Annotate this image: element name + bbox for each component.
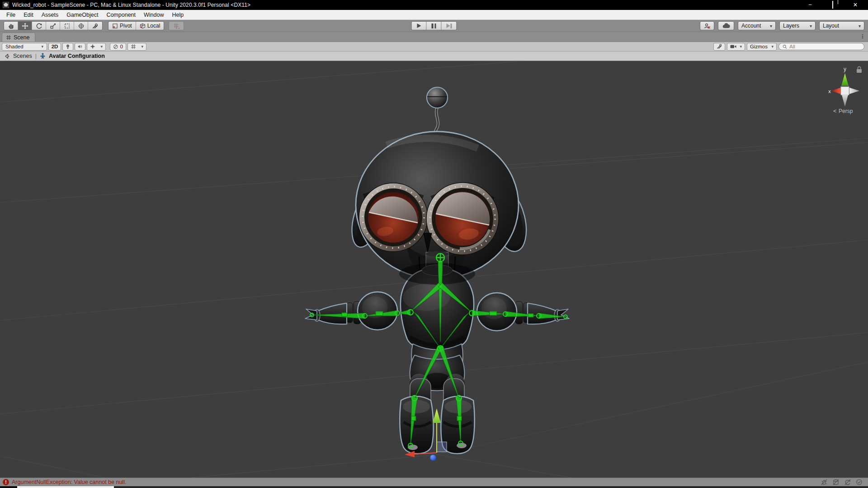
gizmo-center-cube[interactable] bbox=[841, 87, 849, 95]
back-to-scenes-icon[interactable] bbox=[4, 53, 10, 59]
menu-gameobject[interactable]: GameObject bbox=[63, 11, 102, 19]
collab-icon bbox=[703, 23, 711, 29]
light-bulb-icon bbox=[66, 44, 70, 50]
chevron-down-icon: ▾ bbox=[740, 44, 742, 49]
menu-file[interactable]: File bbox=[3, 11, 19, 19]
grid-visibility-dropdown[interactable]: ▾ bbox=[127, 43, 146, 51]
rect-tool-button[interactable] bbox=[60, 22, 74, 30]
gizmo-neg-y-cone[interactable] bbox=[842, 95, 848, 107]
lighting-toggle-button[interactable] bbox=[62, 43, 73, 51]
pause-icon bbox=[432, 23, 436, 28]
scene-search-input[interactable] bbox=[789, 44, 860, 49]
layers-dropdown[interactable]: Layers ▾ bbox=[779, 21, 816, 30]
scene-viewport[interactable]: y x < Persp bbox=[0, 61, 868, 478]
effects-dropdown-button[interactable]: ▾ bbox=[87, 43, 106, 51]
scene-tools-button[interactable] bbox=[713, 43, 725, 51]
gizmo-y-label: y bbox=[844, 66, 846, 72]
menu-component[interactable]: Component bbox=[103, 11, 139, 19]
speaker-icon bbox=[78, 44, 82, 49]
robot-left-eye bbox=[359, 183, 428, 252]
window-title: Wicked_robot - SampleScene - PC, Mac & L… bbox=[12, 2, 250, 8]
gizmo-neg-x-cone[interactable] bbox=[849, 88, 859, 94]
breadcrumb-current: Avatar Configuration bbox=[49, 53, 105, 59]
status-bar: ! ArgumentNullException: Value cannot be… bbox=[0, 478, 868, 486]
refresh-status-icon[interactable] bbox=[844, 479, 851, 485]
minimize-button[interactable]: − bbox=[806, 0, 815, 9]
local-toggle-button[interactable]: Local bbox=[136, 22, 164, 30]
eye-slash-icon bbox=[113, 44, 118, 50]
play-icon bbox=[417, 23, 421, 28]
scene-visibility-button[interactable]: 0 bbox=[110, 43, 126, 51]
menu-window[interactable]: Window bbox=[140, 11, 167, 19]
error-icon: ! bbox=[3, 479, 9, 485]
restore-button[interactable] bbox=[828, 0, 837, 9]
move-gizmo-plane-handle[interactable] bbox=[437, 442, 447, 452]
cache-server-status-icon[interactable] bbox=[832, 479, 840, 485]
camera-icon bbox=[730, 44, 736, 49]
menu-help[interactable]: Help bbox=[168, 11, 187, 19]
rotate-tool-button[interactable] bbox=[32, 22, 46, 30]
hidden-count: 0 bbox=[120, 44, 123, 49]
grid-snap-button[interactable] bbox=[169, 21, 184, 30]
wrench-icon bbox=[92, 23, 99, 29]
breadcrumb-separator: | bbox=[35, 53, 37, 59]
rotate-icon bbox=[36, 23, 42, 29]
draw-mode-dropdown[interactable]: Shaded ▾ bbox=[2, 43, 47, 51]
move-icon bbox=[22, 23, 28, 29]
menu-edit[interactable]: Edit bbox=[20, 11, 37, 19]
progress-check-icon[interactable] bbox=[856, 479, 863, 485]
unity-app-icon bbox=[3, 2, 9, 8]
breadcrumb-scenes[interactable]: Scenes bbox=[13, 53, 32, 59]
toolbar-right-cluster: Account ▾ Layers ▾ Layout ▾ bbox=[700, 21, 864, 30]
tab-overflow-menu[interactable]: ⋮ bbox=[860, 33, 865, 40]
restore-icon bbox=[832, 1, 833, 9]
chevron-down-icon: ▾ bbox=[810, 23, 812, 28]
step-button[interactable] bbox=[442, 22, 457, 30]
gizmo-lock-icon[interactable] bbox=[857, 67, 862, 73]
gizmos-dropdown[interactable]: Gizmos ▾ bbox=[747, 43, 777, 51]
scene-toolbar-right: ▾ Gizmos ▾ bbox=[713, 43, 866, 51]
transform-tool-button[interactable] bbox=[74, 22, 88, 30]
debugger-status-icon[interactable] bbox=[821, 479, 828, 485]
gizmo-y-axis-cone[interactable] bbox=[841, 73, 849, 86]
robot-body bbox=[305, 87, 569, 454]
gizmo-x-axis-cone[interactable] bbox=[831, 88, 840, 94]
menu-bar: File Edit Assets GameObject Component Wi… bbox=[0, 10, 868, 20]
pivot-toggle-button[interactable]: Pivot bbox=[108, 22, 136, 30]
status-error-message[interactable]: ArgumentNullException: Value cannot be n… bbox=[12, 479, 126, 485]
bottom-strip-light-segment bbox=[17, 486, 114, 488]
cloud-button[interactable] bbox=[718, 21, 734, 30]
robot-model[interactable] bbox=[296, 84, 576, 468]
move-tool-button[interactable] bbox=[18, 22, 32, 30]
move-gizmo-z-axis[interactable] bbox=[430, 455, 436, 461]
menu-assets[interactable]: Assets bbox=[38, 11, 62, 19]
pause-button[interactable] bbox=[427, 22, 442, 30]
chevron-down-icon: ▾ bbox=[41, 44, 43, 49]
audio-toggle-button[interactable] bbox=[75, 43, 85, 51]
collab-button[interactable] bbox=[700, 21, 714, 30]
camera-settings-dropdown[interactable]: ▾ bbox=[727, 43, 745, 51]
layout-dropdown[interactable]: Layout ▾ bbox=[819, 21, 864, 30]
dock-tab-bar: Scene ⋮ bbox=[0, 32, 868, 42]
account-dropdown[interactable]: Account ▾ bbox=[738, 21, 776, 30]
pivot-orientation-group: Pivot Local bbox=[108, 21, 164, 30]
2d-toggle-button[interactable]: 2D bbox=[48, 43, 61, 51]
grid-snap-icon bbox=[173, 23, 179, 29]
cube-icon bbox=[140, 23, 146, 29]
close-button[interactable]: × bbox=[851, 0, 860, 9]
hand-tool-button[interactable] bbox=[4, 22, 18, 30]
play-button[interactable] bbox=[412, 22, 427, 30]
scale-tool-button[interactable] bbox=[46, 22, 60, 30]
tab-scene[interactable]: Scene bbox=[2, 33, 35, 42]
chevron-down-icon: ▾ bbox=[771, 44, 774, 49]
robot-right-eye bbox=[426, 183, 499, 255]
scene-search-box bbox=[778, 43, 864, 50]
gizmo-x-label: x bbox=[828, 89, 831, 94]
tools-icon bbox=[717, 44, 722, 49]
cloud-icon bbox=[722, 23, 730, 28]
custom-tool-button[interactable] bbox=[88, 22, 102, 30]
hand-icon bbox=[8, 23, 14, 29]
chevron-down-icon: ▾ bbox=[859, 23, 861, 28]
avatar-icon bbox=[40, 53, 46, 59]
projection-toggle[interactable]: < Persp bbox=[833, 108, 853, 114]
